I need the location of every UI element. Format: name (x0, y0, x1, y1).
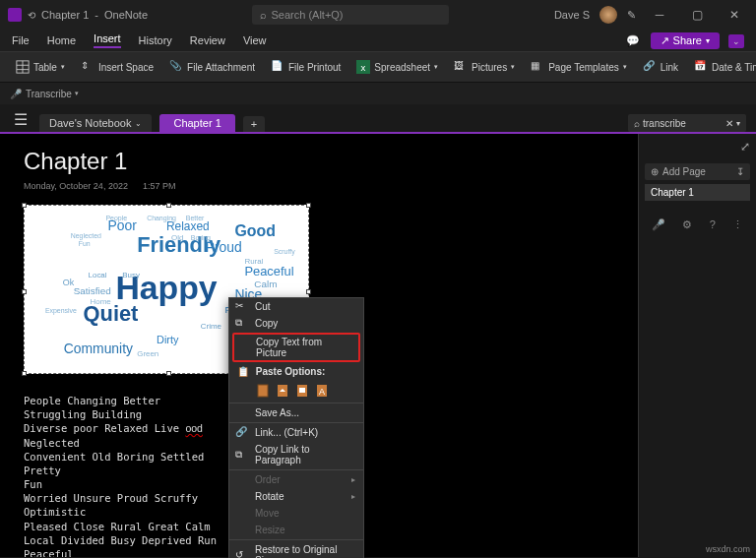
ctx-paste-options: 📋 Paste Options: (229, 363, 363, 380)
sort-icon[interactable]: ↧ (736, 166, 744, 177)
resize-handle[interactable] (22, 203, 27, 208)
resize-handle[interactable] (306, 203, 311, 208)
ribbon-link[interactable]: 🔗 Link (637, 57, 684, 77)
ctx-order: Order▸ (229, 471, 363, 488)
ctx-restore[interactable]: ↺ Restore to Original Size (229, 541, 363, 558)
avatar[interactable] (599, 6, 617, 24)
printout-icon: 📄 (271, 60, 284, 74)
templates-icon: ▦ (531, 60, 544, 74)
page-time: 1:57 PM (143, 181, 176, 191)
svg-text:Proud: Proud (206, 239, 242, 255)
ctx-move: Move (229, 505, 363, 522)
paste-text-only[interactable]: A (314, 383, 330, 399)
svg-text:Changing: Changing (147, 216, 176, 223)
ribbon-file-printout[interactable]: 📄 File Printout (265, 57, 346, 77)
ctx-save-as[interactable]: Save As... (229, 404, 363, 421)
ribbon-table[interactable]: Table▾ (10, 57, 71, 77)
search-notes-input[interactable]: ⌕ transcribe ✕ ▾ (628, 114, 746, 132)
paste-merge[interactable] (275, 383, 290, 399)
clipboard-icon: 📋 (237, 366, 249, 377)
section-tab-chapter1[interactable]: Chapter 1 (159, 114, 234, 132)
svg-text:Good: Good (235, 222, 276, 239)
resize-handle[interactable] (166, 203, 171, 208)
search-value: transcribe (643, 118, 686, 129)
menu-home[interactable]: Home (47, 34, 76, 46)
resize-handle[interactable] (22, 371, 27, 376)
more-icon[interactable]: ⋮ (732, 218, 743, 231)
share-label: Share (673, 34, 702, 46)
transcribe-button[interactable]: Transcribe (26, 89, 72, 99)
spreadsheet-icon: x (356, 60, 370, 74)
svg-text:Rural: Rural (244, 257, 263, 266)
maximize-button[interactable]: ▢ (683, 0, 711, 30)
paste-keep-formatting[interactable] (255, 383, 271, 399)
ribbon-date-time[interactable]: 📅 Date & Time▾ (688, 57, 756, 77)
help-icon[interactable]: ? (710, 218, 716, 231)
svg-text:Busy: Busy (122, 271, 140, 279)
search-box[interactable]: ⌕ Search (Alt+Q) (252, 5, 449, 25)
ctx-copy-link[interactable]: ⧉ Copy Link to Paragraph (229, 441, 363, 468)
ribbon-insert-space[interactable]: ⇕ Insert Space (75, 57, 159, 77)
comment-icon[interactable]: 💬 (626, 34, 640, 46)
close-button[interactable]: ✕ (721, 0, 748, 30)
pen-icon[interactable]: ✎ (627, 9, 636, 22)
page-date: Monday, October 24, 2022 (24, 181, 128, 191)
watermark: wsxdn.com (706, 544, 750, 554)
gear-icon[interactable]: ⚙ (682, 218, 692, 231)
search-placeholder: Search (Alt+Q) (271, 9, 343, 21)
ctx-rotate[interactable]: Rotate▸ (229, 488, 363, 505)
svg-text:Fun: Fun (79, 240, 91, 247)
chevron-down-icon: ▾ (706, 36, 710, 45)
ribbon-spreadsheet[interactable]: x Spreadsheet▾ (350, 57, 444, 77)
back-icon[interactable]: ⟲ (28, 10, 35, 21)
context-menu: ✂ Cut ⧉ Copy Copy Text from Picture 📋 Pa… (228, 297, 364, 558)
clear-icon[interactable]: ✕ (725, 118, 733, 129)
nav-menu-icon[interactable]: ☰ (10, 107, 32, 132)
add-page-button[interactable]: ⊕ Add Page ↧ (645, 163, 750, 180)
menu-file[interactable]: File (12, 34, 30, 46)
resize-handle[interactable] (306, 289, 311, 294)
mic-icon[interactable]: 🎤 (652, 218, 665, 231)
ribbon-page-templates[interactable]: ▦ Page Templates▾ (525, 57, 633, 77)
ribbon-file-attachment[interactable]: 📎 File Attachment (163, 57, 261, 77)
menu-insert[interactable]: Insert (94, 32, 121, 48)
ctx-link[interactable]: 🔗 Link... (Ctrl+K) (229, 424, 363, 441)
share-button[interactable]: ↗ Share ▾ (651, 32, 720, 49)
svg-text:Old: Old (171, 233, 183, 242)
notebook-label: Dave's Notebook (49, 117, 131, 129)
paste-picture[interactable] (294, 383, 310, 399)
menu-review[interactable]: Review (190, 34, 225, 46)
calendar-icon: 📅 (694, 60, 708, 74)
ctx-copy-text-from-picture[interactable]: Copy Text from Picture (232, 333, 360, 362)
resize-handle[interactable] (166, 371, 171, 376)
svg-text:People: People (105, 216, 127, 223)
doc-title: Chapter 1 (41, 9, 89, 21)
search-icon: ⌕ (634, 118, 640, 129)
app-name: OneNote (104, 9, 148, 21)
ctx-copy[interactable]: ⧉ Copy (229, 315, 363, 332)
separator: - (94, 9, 98, 21)
collapse-icon[interactable]: ⌄ (728, 34, 744, 48)
add-section-button[interactable]: + (243, 116, 265, 132)
ctx-resize: Resize (229, 522, 363, 538)
chevron-down-icon: ▾ (61, 63, 65, 71)
user-name[interactable]: Dave S (554, 9, 590, 21)
ribbon-pictures[interactable]: 🖼 Pictures▾ (448, 57, 521, 77)
plus-icon: ⊕ (651, 166, 659, 177)
chevron-down-icon[interactable]: ▾ (736, 119, 740, 128)
notebook-selector[interactable]: Dave's Notebook ⌄ (39, 114, 152, 132)
svg-text:Local: Local (89, 271, 107, 279)
svg-text:Better: Better (186, 216, 205, 222)
search-icon: ⌕ (260, 9, 267, 21)
minimize-button[interactable]: ─ (646, 0, 673, 30)
svg-text:Ok: Ok (63, 278, 75, 287)
ctx-cut[interactable]: ✂ Cut (229, 298, 363, 315)
page-list-item[interactable]: Chapter 1 (645, 184, 750, 201)
page-title[interactable]: Chapter 1 (24, 148, 614, 175)
resize-handle[interactable] (22, 289, 27, 294)
chevron-down-icon: ⌄ (135, 119, 142, 128)
menu-view[interactable]: View (243, 34, 267, 46)
menu-history[interactable]: History (139, 34, 172, 46)
expand-icon[interactable]: ⤢ (734, 134, 756, 159)
svg-text:A: A (319, 387, 325, 397)
